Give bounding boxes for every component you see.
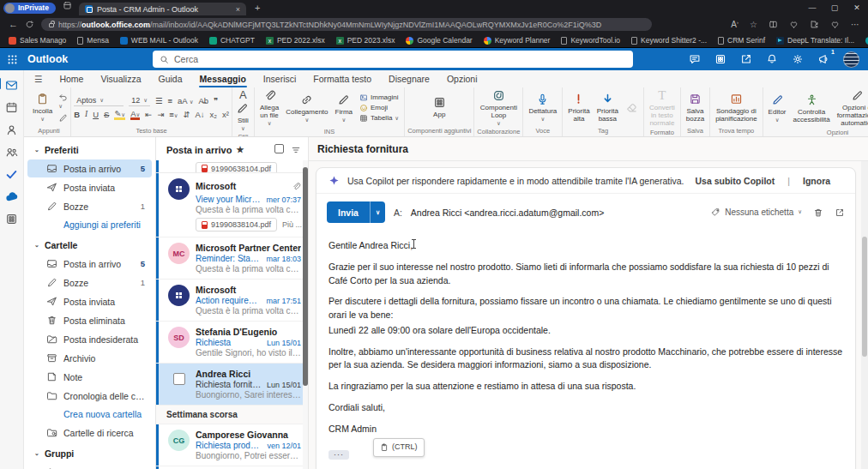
- back-icon[interactable]: ←: [9, 20, 18, 29]
- recipient-field[interactable]: Andrea Ricci <andrea.ricci.adatum@gmail.…: [411, 207, 604, 218]
- browser-tab[interactable]: Posta - CRM Admin - Outlook ×: [79, 3, 246, 15]
- url-bar[interactable]: https://outlook.office.com/mail/inbox/id…: [41, 18, 652, 31]
- folder-bozze[interactable]: Bozze1: [27, 274, 152, 292]
- more-menu-icon[interactable]: ⋯: [851, 20, 859, 29]
- bookmark-item[interactable]: Mensa: [77, 36, 109, 45]
- tab-guida[interactable]: Guida: [150, 70, 191, 87]
- link-button[interactable]: Collegamento∨: [283, 93, 330, 123]
- browser-essentials-icon[interactable]: [830, 20, 840, 30]
- attachment-chip[interactable]: 91990638104.pdf: [196, 162, 277, 174]
- folder-archivio[interactable]: Archivio: [27, 349, 152, 367]
- lock-icon[interactable]: [49, 23, 54, 27]
- split-screen-icon[interactable]: [769, 20, 778, 30]
- italic-icon[interactable]: I: [85, 111, 87, 119]
- folder-cartelle-di-ricerca[interactable]: Cartelle di ricerca: [27, 424, 152, 442]
- collections-icon[interactable]: [789, 20, 799, 30]
- bookmark-item[interactable]: Keyword Shitter2 -...: [631, 36, 707, 45]
- low-priority-button[interactable]: Priorità bassa: [594, 93, 621, 123]
- close-tab-icon[interactable]: ×: [236, 5, 240, 14]
- accessibility-check-button[interactable]: Controlla accessibilità: [791, 93, 833, 123]
- bookmark-item[interactable]: CRM Serinf: [718, 36, 765, 45]
- outdent-icon[interactable]: ⇤: [145, 111, 152, 119]
- bookmark-item[interactable]: xPED 2023.xlsx: [336, 36, 395, 45]
- copilot-cta-link[interactable]: Usa subito Copilot: [695, 176, 775, 186]
- search-box[interactable]: Cerca: [153, 51, 633, 68]
- chat-icon[interactable]: [689, 53, 701, 65]
- dictation-button[interactable]: Dettatura∨: [526, 93, 559, 123]
- folder-cronologia[interactable]: Cronologia delle conversazioni: [27, 387, 152, 405]
- strikethrough-icon[interactable]: S: [104, 111, 109, 119]
- app-button[interactable]: App: [431, 96, 449, 118]
- undo-button[interactable]: ∨: [58, 93, 68, 110]
- loop-components-button[interactable]: Componenti Loop∨: [477, 89, 520, 127]
- bookmark-item[interactable]: Keyword Planner: [484, 36, 551, 45]
- message-row[interactable]: Microsoft View your Microsoft ...mer 07:…: [156, 173, 308, 238]
- change-case-icon[interactable]: aA ∨: [178, 97, 194, 105]
- paste-options-chip[interactable]: (CTRL): [373, 438, 425, 457]
- section-preferiti[interactable]: ⌄Preferiti: [24, 139, 155, 159]
- mail-icon[interactable]: [5, 77, 18, 90]
- paste-button[interactable]: Incolla∨: [30, 93, 55, 123]
- message-row[interactable]: MC Microsoft Partner Center Reminder: St…: [156, 238, 308, 280]
- profile-avatar[interactable]: [5, 3, 15, 13]
- bookmark-item[interactable]: Google Calendar: [406, 36, 472, 45]
- refresh-icon[interactable]: [25, 20, 34, 30]
- list-scrollbar[interactable]: [303, 160, 308, 469]
- todo-check-icon[interactable]: [5, 166, 18, 179]
- close-window-button[interactable]: ✕: [846, 3, 868, 12]
- popout-icon[interactable]: [835, 207, 845, 217]
- images-button[interactable]: Immagini: [359, 93, 398, 102]
- folder-posta-eliminata[interactable]: Posta eliminata: [27, 311, 152, 329]
- avatar[interactable]: SD: [168, 327, 190, 348]
- numbered-list-icon[interactable]: ≡: [167, 97, 172, 105]
- feedback-megaphone-icon[interactable]: 1: [817, 53, 829, 65]
- folder-posta-inviata[interactable]: Posta inviata: [27, 178, 152, 196]
- minimize-button[interactable]: —: [801, 3, 823, 12]
- tab-disegnare[interactable]: Disegnare: [380, 70, 438, 87]
- more-apps-icon[interactable]: [5, 211, 18, 224]
- scrollbar-thumb[interactable]: [862, 237, 867, 357]
- message-row[interactable]: SD Stefania D'Eugenio RichiestaLun 15/01…: [156, 322, 308, 364]
- section-gruppi[interactable]: ⌄Gruppi: [24, 442, 155, 462]
- folder-bozze[interactable]: Bozze1: [27, 197, 152, 215]
- settings-gear-icon[interactable]: [792, 53, 804, 65]
- bookmark-item[interactable]: Sales Manago: [9, 36, 66, 45]
- app-launcher-icon[interactable]: [0, 54, 24, 65]
- format-painter-button[interactable]: [58, 113, 68, 123]
- message-row-selected[interactable]: Andrea Ricci Richiesta fornituraLun 15/0…: [156, 364, 308, 406]
- workspaces-icon[interactable]: [63, 0, 72, 13]
- autoformat-options-button[interactable]: Opzioni di formattazione automatica: [835, 89, 868, 128]
- favorite-star-icon[interactable]: ★: [236, 145, 244, 154]
- tab-opzioni[interactable]: Opzioni: [438, 70, 486, 87]
- onedrive-cloud-icon[interactable]: [5, 189, 18, 201]
- bullet-list-icon[interactable]: ☰: [155, 97, 163, 105]
- group-dynamics365[interactable]: Dynamics365: [27, 463, 152, 469]
- send-button[interactable]: Invia ∨: [327, 201, 385, 223]
- subscript-icon[interactable]: x₂: [210, 111, 217, 119]
- tab-inserisci[interactable]: Inserisci: [255, 70, 305, 87]
- font-family-select[interactable]: Aptos∨: [74, 95, 124, 106]
- tab-messaggio[interactable]: Messaggio: [191, 70, 255, 87]
- font-color-icon[interactable]: A∨: [130, 110, 140, 121]
- section-cartelle[interactable]: ⌄Cartelle: [24, 234, 155, 254]
- bookmark-item[interactable]: KeywordTool.io: [561, 36, 620, 45]
- select-checkbox[interactable]: [173, 373, 185, 385]
- scheduling-poll-button[interactable]: Sondaggio di pianificazione: [713, 93, 759, 123]
- extensions-icon[interactable]: [810, 20, 819, 30]
- avatar[interactable]: CG: [168, 430, 190, 451]
- favorite-star-icon[interactable]: ☆: [750, 20, 757, 29]
- share-icon[interactable]: [740, 53, 752, 65]
- highlight-color-icon[interactable]: ✎∨: [114, 110, 125, 121]
- create-folder-link[interactable]: Crea nuova cartella: [27, 406, 152, 423]
- bookmark-item[interactable]: WEB MAIL - Outlook: [120, 36, 198, 45]
- message-row-partial[interactable]: 91990638104.pdf Più ...: [156, 160, 308, 173]
- maximize-button[interactable]: ▢: [823, 3, 846, 12]
- save-draft-button[interactable]: Salva bozza: [684, 93, 707, 123]
- folder-posta-in-arrivo[interactable]: Posta in arrivo5: [27, 159, 152, 177]
- clear-format-icon[interactable]: A̶b: [199, 97, 209, 105]
- send-options-caret[interactable]: ∨: [370, 201, 385, 223]
- tab-home[interactable]: Home: [51, 70, 92, 87]
- line-spacing-icon[interactable]: ⇵: [183, 111, 190, 119]
- align-icon[interactable]: ≡∨: [169, 111, 178, 119]
- people-icon[interactable]: [5, 122, 18, 135]
